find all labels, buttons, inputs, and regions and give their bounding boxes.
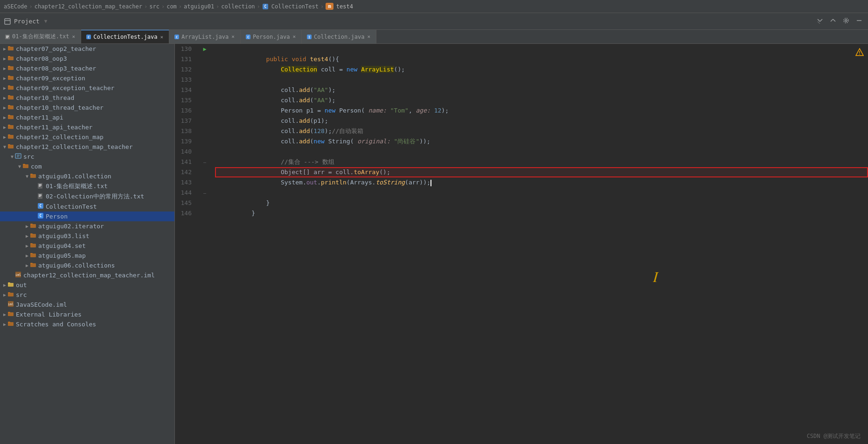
- sidebar-item-1[interactable]: ▶chapter08_oop3: [0, 54, 174, 63]
- sidebar-item-20[interactable]: ▶atguigu04.set: [0, 241, 174, 251]
- sidebar-item-14[interactable]: 01-集合框架概述.txt: [0, 181, 174, 191]
- tree-icon-10: [7, 143, 14, 151]
- breadcrumb-item-5[interactable]: atguigu01: [184, 3, 214, 10]
- code-lines[interactable]: public void test4(){ Collection coll = n…: [211, 44, 868, 444]
- settings-button[interactable]: [841, 16, 851, 26]
- sidebar-item-8[interactable]: ▶chapter11_api_teacher: [0, 122, 174, 132]
- tab-arraylist[interactable]: C ArrayList.java ×: [169, 30, 241, 43]
- sidebar-item-6[interactable]: ▶chapter10_thread_teacher: [0, 103, 174, 113]
- sidebar-item-26[interactable]: imlJavaSECode.iml: [0, 300, 174, 310]
- tree-icon-18: [30, 222, 36, 230]
- sidebar-item-23[interactable]: imlchapter12_collection_map_teacher.iml: [0, 270, 174, 280]
- svg-text:iml: iml: [8, 303, 14, 306]
- sidebar-item-16[interactable]: CCollectionTest: [0, 202, 174, 211]
- sidebar-item-4[interactable]: ▶chapter09_exception_teacher: [0, 83, 174, 93]
- line-num-145: 145: [175, 198, 194, 208]
- sidebar-item-15[interactable]: 02-Collection中的常用方法.txt: [0, 191, 174, 202]
- svg-rect-34: [8, 96, 14, 99]
- sidebar-item-10[interactable]: ▼chapter12_collection_map_teacher: [0, 142, 174, 152]
- collapse-all-button[interactable]: [828, 16, 838, 26]
- breadcrumb-item-7[interactable]: CollectionTest: [271, 3, 319, 10]
- svg-text:C: C: [264, 5, 266, 9]
- sidebar-item-11[interactable]: ▼src: [0, 152, 174, 162]
- tree-label-9: chapter12_collection_map: [16, 134, 104, 141]
- tab-person-close[interactable]: ×: [292, 34, 297, 40]
- breadcrumb-item-4[interactable]: com: [167, 3, 177, 10]
- svg-rect-58: [38, 193, 42, 199]
- sidebar-item-27[interactable]: ▶External Libraries: [0, 310, 174, 319]
- tree-icon-3: [7, 74, 14, 82]
- txt-file-icon: [5, 34, 10, 40]
- breadcrumb-item-6[interactable]: collection: [221, 3, 255, 10]
- gutter-137: [198, 116, 211, 126]
- sidebar-item-25[interactable]: ▶src: [0, 290, 174, 300]
- gear-icon: [843, 17, 849, 24]
- svg-rect-72: [30, 254, 36, 257]
- code-line-131: Collection coll = new ArrayList();: [215, 54, 868, 64]
- sidebar-item-9[interactable]: ▶chapter12_collection_map: [0, 132, 174, 142]
- sidebar-item-22[interactable]: ▶atguigu06.collections: [0, 261, 174, 270]
- sidebar-item-19[interactable]: ▶atguigu03.list: [0, 231, 174, 241]
- gutter-run-130[interactable]: ▶: [198, 44, 211, 54]
- svg-text:C: C: [247, 35, 249, 39]
- run-icon-130[interactable]: ▶: [203, 46, 206, 52]
- tree-arrow-8: ▶: [2, 125, 7, 130]
- tree-label-15: 02-Collection中的常用方法.txt: [46, 192, 144, 201]
- sidebar-item-2[interactable]: ▶chapter08_oop3_teacher: [0, 63, 174, 73]
- close-sidebar-button[interactable]: [854, 16, 864, 26]
- breadcrumb-item-3[interactable]: src: [149, 3, 160, 10]
- sidebar-item-13[interactable]: ▼atguigu01.collection: [0, 171, 174, 181]
- toolbar: Project ▼: [0, 13, 868, 30]
- svg-rect-51: [23, 164, 25, 165]
- sidebar-item-21[interactable]: ▶atguigu05.map: [0, 251, 174, 261]
- project-dropdown-arrow[interactable]: ▼: [44, 18, 48, 24]
- collapse-icon: [830, 17, 836, 24]
- tree-label-10: chapter12_collection_map_teacher: [16, 143, 132, 150]
- tree-arrow-6: ▶: [2, 105, 7, 110]
- tab-person[interactable]: C Person.java ×: [241, 30, 302, 43]
- sidebar-item-5[interactable]: ▶chapter10_thread: [0, 93, 174, 103]
- code-line-145: }: [215, 198, 868, 208]
- breadcrumb-sep-6: ›: [257, 3, 260, 10]
- svg-rect-28: [8, 66, 14, 70]
- project-icon: [4, 18, 11, 25]
- minus-icon: [856, 17, 862, 24]
- expand-all-button[interactable]: [815, 16, 825, 26]
- svg-rect-33: [8, 85, 10, 86]
- sidebar-item-24[interactable]: ▶out: [0, 280, 174, 290]
- tab-arraylist-close[interactable]: ×: [230, 34, 236, 40]
- sidebar-item-7[interactable]: ▶chapter11_api: [0, 113, 174, 122]
- line-num-134: 134: [175, 85, 194, 95]
- breadcrumb-sep-5: ›: [216, 3, 219, 10]
- tree-arrow-10: ▼: [2, 144, 7, 149]
- line-num-133: 133: [175, 75, 194, 85]
- svg-rect-84: [8, 312, 14, 316]
- tab-txt-close[interactable]: ×: [71, 34, 76, 40]
- tab-collection[interactable]: I Collection.java ×: [302, 30, 376, 43]
- svg-rect-69: [30, 233, 33, 234]
- sidebar-item-28[interactable]: ▶Scratches and Consoles: [0, 319, 174, 329]
- sidebar-item-17[interactable]: CPerson: [0, 211, 174, 221]
- tab-collection-test-close[interactable]: ×: [159, 34, 164, 40]
- tree-icon-27: [7, 310, 14, 318]
- tree-arrow-2: ▶: [2, 66, 7, 71]
- tree-icon-4: [7, 84, 14, 92]
- breadcrumb-item-2[interactable]: chapter12_collection_map_teacher: [35, 3, 142, 10]
- project-sidebar[interactable]: ▶chapter07_oop2_teacher▶chapter08_oop3▶c…: [0, 44, 175, 444]
- tree-arrow-13: ▼: [24, 174, 30, 179]
- editor-area[interactable]: 130 131 132 133 134 135 136 137 138 139 …: [175, 44, 868, 444]
- breadcrumb-item-8[interactable]: test4: [336, 3, 353, 10]
- tab-txt[interactable]: 01-集合框架概述.txt ×: [0, 30, 81, 43]
- tab-collection-test-label: CollectionTest.java: [93, 34, 157, 40]
- tab-collection-label: Collection.java: [314, 34, 364, 40]
- breadcrumb-item-1[interactable]: aSECode: [4, 3, 28, 10]
- svg-rect-40: [8, 125, 14, 129]
- sidebar-item-0[interactable]: ▶chapter07_oop2_teacher: [0, 44, 174, 54]
- sidebar-item-3[interactable]: ▶chapter09_exception: [0, 73, 174, 83]
- tab-collection-close[interactable]: ×: [366, 34, 371, 40]
- sidebar-item-18[interactable]: ▶atguigu02.iterator: [0, 221, 174, 231]
- svg-rect-85: [8, 312, 10, 313]
- tab-collection-test[interactable]: C CollectionTest.java ×: [81, 30, 169, 43]
- sidebar-item-12[interactable]: ▼com: [0, 162, 174, 171]
- svg-rect-36: [8, 106, 14, 109]
